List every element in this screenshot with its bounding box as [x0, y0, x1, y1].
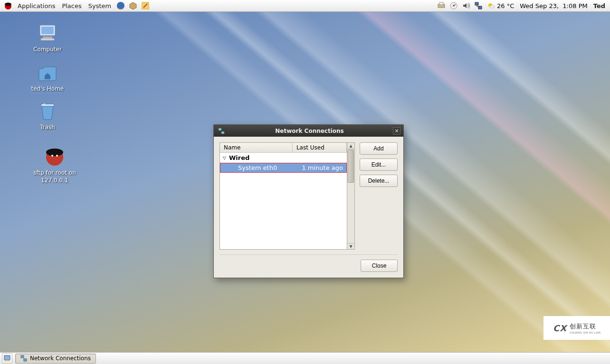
printer-tray-icon[interactable]: [436, 0, 447, 11]
show-desktop-icon: [4, 355, 10, 362]
cpu-temp-icon[interactable]: [448, 0, 459, 11]
scroll-down-arrow-icon[interactable]: ▼: [347, 243, 354, 249]
menu-applications[interactable]: Applications: [14, 1, 58, 10]
weather-applet[interactable]: 26 °C: [485, 2, 517, 9]
svg-rect-26: [24, 359, 27, 361]
network-dialog-icon: [218, 127, 225, 135]
firefox-icon[interactable]: [115, 0, 126, 11]
edit-button[interactable]: Edit...: [360, 159, 398, 171]
desktop-icon-label: sftp for root on 127.0.0.1: [21, 169, 88, 184]
bottom-panel: Network Connections: [0, 352, 610, 364]
dialog-close-button[interactable]: ×: [393, 127, 400, 135]
network-task-icon: [20, 355, 27, 362]
connections-list[interactable]: Name Last Used ▽ Wired System eth0 1 min…: [219, 142, 347, 250]
scroll-thumb[interactable]: [348, 149, 354, 183]
clock-date: Wed Sep 23,: [520, 2, 559, 9]
notes-icon[interactable]: [140, 0, 151, 11]
svg-point-1: [5, 3, 11, 6]
svg-point-20: [56, 155, 58, 157]
svg-point-7: [453, 5, 455, 7]
add-button[interactable]: Add: [360, 142, 398, 155]
taskbar-task[interactable]: Network Connections: [15, 354, 96, 364]
svg-rect-21: [219, 128, 221, 131]
connection-row[interactable]: System eth0 1 minute ago: [220, 163, 347, 173]
close-button[interactable]: Close: [361, 260, 398, 272]
show-desktop-button[interactable]: [2, 353, 12, 364]
svg-rect-23: [4, 355, 10, 360]
home-folder-icon: [36, 60, 59, 83]
group-label: Wired: [229, 154, 249, 161]
column-last-used[interactable]: Last Used: [293, 143, 347, 152]
network-connections-dialog: Network Connections × Name Last Used ▽ W…: [213, 124, 404, 278]
top-panel: Applications Places System 26 °C Wed Sep…: [0, 0, 610, 12]
svg-rect-22: [221, 131, 224, 134]
svg-rect-8: [475, 2, 478, 5]
desktop-icon-trash[interactable]: Trash: [21, 99, 74, 131]
network-tray-icon[interactable]: [473, 0, 484, 11]
menu-system[interactable]: System: [85, 1, 114, 10]
desktop-area[interactable]: Computer ted's Home Trash sftp for root …: [0, 12, 610, 352]
svg-point-18: [46, 149, 63, 156]
desktop-icon-home[interactable]: ted's Home: [21, 60, 74, 93]
watermark: CX 创新互联 CHUANG XIN HU LIAN: [543, 316, 610, 340]
dialog-titlebar[interactable]: Network Connections ×: [214, 125, 403, 137]
list-header: Name Last Used: [220, 143, 347, 153]
task-label: Network Connections: [30, 355, 91, 362]
trash-icon: [36, 99, 59, 122]
svg-point-19: [51, 155, 53, 157]
dialog-title: Network Connections: [226, 128, 393, 134]
package-updater-icon[interactable]: [128, 0, 138, 11]
scroll-up-arrow-icon[interactable]: ▲: [347, 143, 354, 149]
watermark-brand: 创新互联: [570, 322, 600, 331]
desktop-icon-label: ted's Home: [29, 85, 66, 93]
desktop-icon-label: Trash: [21, 124, 74, 131]
svg-rect-25: [21, 355, 24, 358]
distro-icon[interactable]: [3, 0, 13, 11]
delete-button[interactable]: Delete...: [360, 175, 398, 187]
weather-icon: [487, 2, 495, 9]
sftp-location-icon: [43, 145, 66, 168]
svg-rect-16: [41, 104, 54, 106]
watermark-sub: CHUANG XIN HU LIAN: [570, 331, 600, 334]
list-scrollbar[interactable]: ▲ ▼: [347, 142, 355, 250]
svg-rect-24: [4, 360, 10, 361]
svg-rect-15: [41, 38, 54, 40]
connection-last-used: 1 minute ago: [299, 164, 347, 171]
svg-rect-14: [43, 37, 52, 38]
svg-rect-13: [41, 27, 54, 34]
menu-places[interactable]: Places: [58, 1, 85, 10]
group-wired[interactable]: ▽ Wired: [220, 153, 347, 163]
weather-temp: 26 °C: [497, 2, 514, 9]
desktop-icon-computer[interactable]: Computer: [21, 21, 74, 54]
desktop-icon-label: Computer: [21, 46, 74, 54]
svg-rect-5: [439, 2, 443, 5]
connection-name: System eth0: [220, 164, 299, 171]
clock-applet[interactable]: Wed Sep 23, 1:08 PM: [517, 2, 590, 9]
expand-triangle-icon: ▽: [223, 156, 226, 160]
clock-time: 1:08 PM: [562, 2, 587, 9]
column-name[interactable]: Name: [220, 143, 293, 152]
user-menu[interactable]: Ted: [591, 2, 608, 9]
computer-icon: [36, 21, 59, 44]
svg-point-11: [490, 5, 495, 8]
volume-icon[interactable]: [461, 0, 471, 11]
desktop-icon-sftp[interactable]: sftp for root on 127.0.0.1: [21, 145, 88, 184]
